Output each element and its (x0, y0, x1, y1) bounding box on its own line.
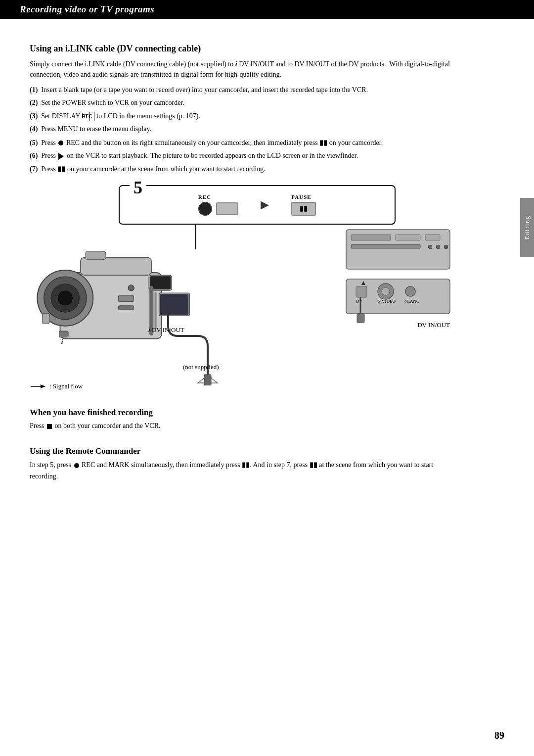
vcr-illustration: DV S VIDEO ○LANC ▲ (341, 225, 455, 333)
svg-marker-41 (41, 384, 45, 388)
pause-symbol2-icon: ▮▮ (57, 165, 65, 173)
svg-point-27 (436, 245, 440, 249)
step-4: (4) Press MENU to erase the menu display… (30, 124, 455, 135)
svg-rect-19 (204, 375, 211, 385)
section1-title: Using an i.LINK cable (DV connecting cab… (30, 44, 455, 54)
svg-text:▲: ▲ (360, 279, 367, 286)
rec-rect-button (216, 202, 238, 215)
svg-rect-13 (119, 306, 134, 310)
svg-point-11 (128, 284, 134, 290)
signal-flow-icon (30, 382, 49, 390)
vcr-dv-label: DV IN/OUT (417, 321, 450, 329)
pause-symbol-icon: ▮▮ (319, 139, 327, 146)
svg-rect-18 (43, 313, 49, 324)
side-tab: Editing (520, 198, 534, 257)
svg-rect-24 (425, 235, 440, 240)
svg-rect-12 (119, 295, 134, 301)
page-number: 89 (494, 730, 504, 741)
section2-text: Press on both your camcorder and the VCR… (30, 421, 455, 431)
svg-point-4 (58, 291, 72, 305)
diagram-area: 5 REC ► PAUSE ▮▮ (30, 185, 465, 393)
side-tab-label: Editing (524, 215, 531, 239)
arrow-right-icon: ► (258, 197, 272, 213)
pause-btn: ▮▮ (291, 202, 316, 216)
etc-icon: ETC (89, 112, 94, 122)
stop-icon (47, 424, 52, 429)
signal-flow-text: : Signal flow (49, 382, 83, 390)
svg-rect-16 (59, 331, 68, 337)
rec-section: REC (198, 194, 238, 216)
svg-text:DV: DV (356, 299, 362, 304)
svg-point-33 (405, 286, 415, 296)
step-3: (3) Set DISPLAY in ETC to LCD in the men… (30, 111, 455, 122)
pause-section: PAUSE ▮▮ (291, 194, 316, 216)
pause-symbol4-icon: ▮▮ (310, 461, 317, 469)
rec-circle-button (198, 202, 212, 216)
step-1: (1) Insert a blank tape (or a tape you w… (30, 85, 455, 95)
section2-title: When you have finished recording (30, 408, 455, 418)
pause-symbol3-icon: ▮▮ (242, 461, 250, 469)
svg-rect-22 (351, 235, 391, 240)
steps-list: (1) Insert a blank tape (or a tape you w… (30, 85, 455, 175)
svg-rect-38 (357, 314, 364, 323)
rec-dot-icon (58, 141, 63, 145)
rec-buttons (198, 202, 238, 216)
vcr-svg: DV S VIDEO ○LANC ▲ (341, 225, 455, 333)
svg-text:i: i (61, 338, 63, 345)
page-header: Recording video or TV programs (0, 0, 534, 19)
header-title: Recording video or TV programs (20, 4, 154, 14)
play-arrow-icon (58, 153, 64, 160)
svg-text:○LANC: ○LANC (404, 299, 419, 304)
rec-label: REC (198, 194, 211, 200)
signal-flow-label: : Signal flow (30, 382, 83, 390)
step-6: (6) Press on the VCR to start playback. … (30, 150, 455, 161)
main-content: Using an i.LINK cable (DV connecting cab… (0, 19, 485, 497)
step5-number: 5 (130, 177, 146, 198)
svg-text:S VIDEO: S VIDEO (378, 299, 396, 304)
step5-box: 5 REC ► PAUSE ▮▮ (119, 185, 396, 225)
svg-rect-30 (356, 286, 367, 297)
cable-svg (158, 306, 237, 385)
not-supplied-label: (not supplied) (183, 363, 219, 371)
rec-dot2-icon (74, 463, 79, 468)
svg-point-32 (382, 287, 390, 295)
svg-point-26 (428, 245, 432, 249)
section3-title: Using the Remote Commander (30, 446, 455, 456)
svg-rect-23 (396, 235, 420, 240)
svg-rect-10 (86, 251, 106, 259)
svg-rect-7 (81, 257, 152, 275)
section3-text: In step 5, press REC and MARK simultaneo… (30, 459, 455, 482)
step-5: (5) Press REC and the button on its righ… (30, 137, 455, 148)
pause-label: PAUSE (291, 194, 311, 200)
section1-intro: Simply connect the i.LINK cable (DV conn… (30, 59, 455, 80)
svg-rect-25 (351, 244, 420, 248)
page-container: Recording video or TV programs Editing U… (0, 0, 534, 756)
step-7: (7) Press ▮▮ on your camcorder at the sc… (30, 163, 455, 175)
svg-point-28 (444, 245, 448, 249)
step-2: (2) Set the POWER switch to VCR on your … (30, 97, 455, 108)
